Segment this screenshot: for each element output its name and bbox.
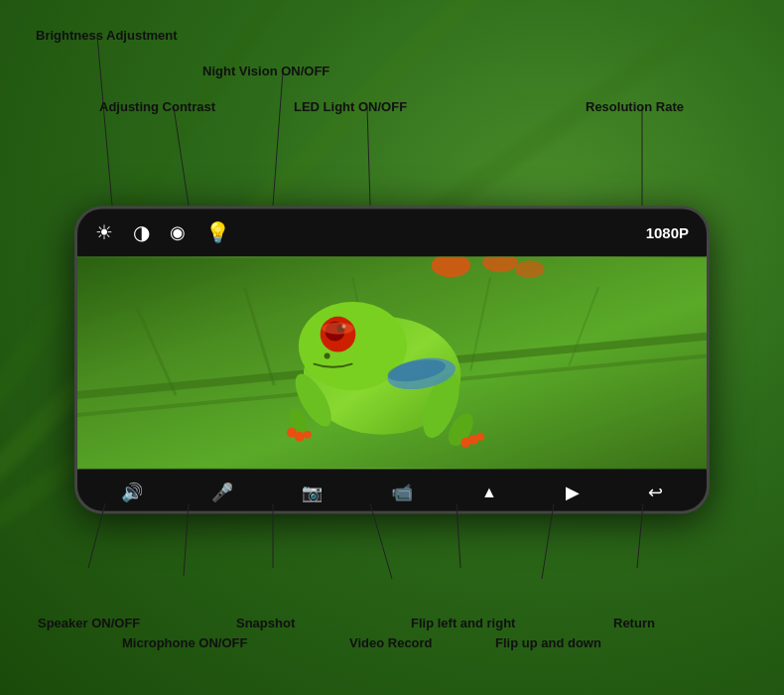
resolution-rate-label: Resolution Rate: [586, 99, 684, 114]
svg-point-42: [515, 260, 545, 278]
play-icon[interactable]: ▶: [566, 484, 580, 501]
top-control-bar: ☀ ◑ ◉ 💡 1080P: [77, 208, 707, 256]
svg-point-38: [476, 433, 484, 441]
led-light-icon[interactable]: 💡: [205, 222, 230, 242]
flip-lr-icon[interactable]: ▲: [481, 485, 497, 500]
flip-ud-label: Flip up and down: [495, 635, 601, 650]
svg-point-26: [323, 323, 354, 335]
return-label: Return: [613, 616, 655, 630]
video-record-label: Video Record: [349, 635, 433, 650]
snapshot-icon[interactable]: 📷: [302, 485, 323, 501]
microphone-label: Microphone ON/OFF: [122, 635, 247, 650]
speaker-label: Speaker ON/OFF: [38, 616, 140, 630]
led-light-label: LED Light ON/OFF: [294, 99, 407, 114]
phone-frame: ☀ ◑ ◉ 💡 1080P: [74, 206, 710, 513]
svg-point-39: [325, 352, 330, 358]
microphone-icon[interactable]: 🎤: [211, 484, 233, 501]
return-icon[interactable]: ↩: [648, 484, 663, 501]
svg-point-34: [295, 432, 305, 442]
contrast-icon[interactable]: ◑: [133, 222, 150, 242]
snapshot-label: Snapshot: [236, 616, 295, 630]
resolution-display: 1080P: [646, 224, 689, 241]
night-vision-icon[interactable]: ◉: [170, 223, 186, 241]
video-record-icon[interactable]: 📹: [391, 484, 413, 501]
night-vision-label: Night Vision ON/OFF: [202, 64, 329, 78]
speaker-icon[interactable]: 🔊: [121, 484, 143, 501]
svg-point-35: [304, 431, 312, 439]
main-container: Brightness Adjustment Adjusting Contrast…: [0, 0, 784, 695]
flip-lr-label: Flip left and right: [411, 616, 515, 630]
brightness-icon[interactable]: ☀: [95, 222, 113, 242]
bottom-control-bar: 🔊 🎤 📷 📹 ▲ ▶ ↩: [77, 469, 707, 513]
contrast-label: Adjusting Contrast: [99, 99, 215, 114]
brightness-label: Brightness Adjustment: [36, 28, 178, 43]
video-viewport: [77, 256, 707, 469]
video-content: [77, 256, 707, 469]
